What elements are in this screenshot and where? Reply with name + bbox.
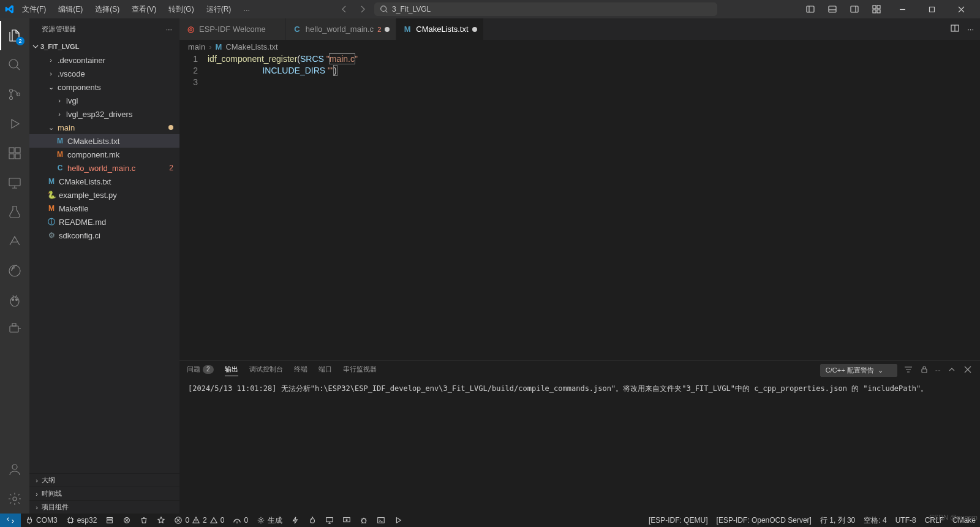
activity-account[interactable] bbox=[0, 455, 29, 484]
editor-area: ◎ ESP-IDF Welcome C hello_world_main.c 2… bbox=[179, 18, 980, 514]
activity-docker-icon[interactable] bbox=[0, 315, 29, 344]
layout-sidebar-right-icon[interactable] bbox=[844, 0, 865, 18]
panel-tab-problems[interactable]: 问题2 bbox=[187, 365, 214, 376]
nav-back-button[interactable] bbox=[337, 2, 351, 16]
output-content[interactable]: [2024/5/13 11:01:28] 无法分析"h:\ESP32\ESP_I… bbox=[179, 379, 980, 514]
menu-run[interactable]: 运行(R) bbox=[202, 3, 236, 16]
status-openocd[interactable]: [ESP-IDF: OpenOCD Server] bbox=[712, 514, 816, 527]
explorer-more-icon[interactable]: ··· bbox=[166, 26, 172, 33]
menu-more[interactable]: ··· bbox=[238, 4, 255, 15]
menu-select[interactable]: 选择(S) bbox=[90, 3, 124, 16]
activity-search[interactable] bbox=[0, 50, 29, 80]
status-lightning-icon[interactable] bbox=[287, 514, 304, 527]
activity-platformio-icon[interactable] bbox=[0, 286, 29, 315]
window-maximize-button[interactable] bbox=[918, 0, 946, 18]
panel-maximize-icon[interactable] bbox=[947, 365, 957, 376]
output-channel-select[interactable]: C/C++ 配置警告 ⌄ bbox=[820, 364, 897, 377]
project-root[interactable]: 3_FIT_LVGL bbox=[29, 40, 179, 53]
activity-extensions[interactable] bbox=[0, 138, 29, 168]
breadcrumb-segment[interactable]: main bbox=[188, 42, 205, 51]
search-icon bbox=[380, 5, 388, 13]
breadcrumb-segment[interactable]: CMakeLists.txt bbox=[225, 42, 277, 51]
menu-view[interactable]: 查看(V) bbox=[127, 3, 161, 16]
status-radio[interactable]: 0 bbox=[228, 514, 252, 527]
file-cmake-root[interactable]: MCMakeLists.txt bbox=[29, 175, 179, 188]
svg-rect-28 bbox=[68, 518, 72, 523]
code-editor[interactable]: 1 idf_component_register(SRCS "main.c" 2… bbox=[179, 53, 980, 360]
file-readme[interactable]: ⓘREADME.md bbox=[29, 215, 179, 229]
window-minimize-button[interactable] bbox=[888, 0, 916, 18]
command-center[interactable]: 3_Fit_LVGL bbox=[374, 2, 717, 16]
file-sdkconfig[interactable]: ⚙sdkconfig.ci bbox=[29, 229, 179, 242]
status-star-icon[interactable] bbox=[153, 514, 170, 527]
tab-hello-world[interactable]: C hello_world_main.c 2 bbox=[286, 18, 396, 40]
panel-tab-debug[interactable]: 调试控制台 bbox=[249, 365, 283, 376]
panel-tab-serial[interactable]: 串行监视器 bbox=[343, 365, 377, 376]
layout-sidebar-left-icon[interactable] bbox=[800, 0, 821, 18]
status-sdk-icon[interactable] bbox=[101, 514, 118, 527]
panel-close-icon[interactable] bbox=[963, 365, 973, 376]
panel-tab-ports[interactable]: 端口 bbox=[318, 365, 332, 376]
status-eol[interactable]: CRLF bbox=[921, 514, 948, 527]
activity-testing[interactable] bbox=[0, 197, 29, 227]
panel-more-icon[interactable]: ··· bbox=[935, 366, 941, 374]
section-outline[interactable]: ›大纲 bbox=[29, 473, 179, 487]
folder-lvgl-drivers[interactable]: ›lvgl_esp32_drivers bbox=[29, 107, 179, 121]
status-problems[interactable]: 0 2 0 bbox=[170, 514, 228, 527]
panel-tab-terminal[interactable]: 终端 bbox=[294, 365, 307, 376]
file-component-mk[interactable]: Mcomponent.mk bbox=[29, 148, 179, 161]
panel-tab-output[interactable]: 输出 bbox=[225, 365, 238, 376]
status-flame-icon[interactable] bbox=[304, 514, 321, 527]
activity-remote-explorer[interactable] bbox=[0, 168, 29, 197]
menu-edit[interactable]: 编辑(E) bbox=[53, 3, 88, 16]
window-close-button[interactable] bbox=[947, 0, 975, 18]
status-encoding[interactable]: UTF-8 bbox=[891, 514, 921, 527]
menu-go[interactable]: 转到(G) bbox=[164, 3, 198, 16]
status-build[interactable]: 生成 bbox=[252, 514, 287, 527]
activity-settings[interactable] bbox=[0, 484, 29, 514]
status-trash-icon[interactable] bbox=[135, 514, 153, 527]
status-debug-icon[interactable] bbox=[355, 514, 372, 527]
status-download-icon[interactable] bbox=[338, 514, 355, 527]
split-editor-icon[interactable] bbox=[950, 23, 960, 35]
breadcrumb[interactable]: main › M CMakeLists.txt bbox=[179, 40, 980, 53]
activity-espressif-icon[interactable] bbox=[0, 256, 29, 286]
folder-main[interactable]: ⌄main bbox=[29, 121, 179, 134]
layout-panel-icon[interactable] bbox=[822, 0, 843, 18]
status-run-icon[interactable] bbox=[390, 514, 407, 527]
status-clean-icon[interactable] bbox=[118, 514, 135, 527]
status-line-col[interactable]: 行 1, 列 30 bbox=[816, 514, 859, 527]
file-example-test[interactable]: 🐍example_test.py bbox=[29, 188, 179, 202]
section-timeline[interactable]: ›时间线 bbox=[29, 487, 179, 500]
file-makefile[interactable]: MMakefile bbox=[29, 202, 179, 215]
activity-explorer[interactable]: 2 bbox=[0, 21, 29, 50]
chevron-down-icon bbox=[32, 43, 39, 50]
panel-filter-icon[interactable] bbox=[903, 365, 913, 376]
file-hello-world[interactable]: Chello_world_main.c2 bbox=[29, 161, 179, 175]
status-monitor-icon[interactable] bbox=[321, 514, 338, 527]
svg-point-11 bbox=[10, 97, 13, 100]
remote-button[interactable] bbox=[0, 514, 21, 527]
tab-esp-welcome[interactable]: ◎ ESP-IDF Welcome bbox=[179, 18, 286, 40]
status-spaces[interactable]: 空格: 4 bbox=[859, 514, 891, 527]
section-project-components[interactable]: ›项目组件 bbox=[29, 500, 179, 514]
folder-components[interactable]: ⌄components bbox=[29, 80, 179, 94]
status-terminal-icon[interactable] bbox=[372, 514, 390, 527]
status-port[interactable]: COM3 bbox=[21, 514, 62, 527]
folder-lvgl[interactable]: ›lvgl bbox=[29, 94, 179, 107]
panel-lock-icon[interactable] bbox=[919, 365, 929, 376]
nav-forward-button[interactable] bbox=[356, 2, 369, 16]
menu-file[interactable]: 文件(F) bbox=[17, 3, 51, 16]
activity-arduino-icon[interactable] bbox=[0, 227, 29, 256]
activity-source-control[interactable] bbox=[0, 80, 29, 109]
status-chip[interactable]: esp32 bbox=[62, 514, 102, 527]
folder-devcontainer[interactable]: ›.devcontainer bbox=[29, 53, 179, 67]
file-cmake-main[interactable]: MCMakeLists.txt bbox=[29, 134, 179, 148]
status-language[interactable]: CMake bbox=[948, 514, 980, 527]
folder-vscode[interactable]: ›.vscode bbox=[29, 67, 179, 80]
layout-customize-icon[interactable] bbox=[866, 0, 887, 18]
status-esp-qemu[interactable]: [ESP-IDF: QEMU] bbox=[644, 514, 712, 527]
activity-run-debug[interactable] bbox=[0, 109, 29, 138]
tab-more-icon[interactable]: ··· bbox=[967, 25, 974, 34]
tab-cmakelists[interactable]: M CMakeLists.txt bbox=[396, 18, 483, 40]
